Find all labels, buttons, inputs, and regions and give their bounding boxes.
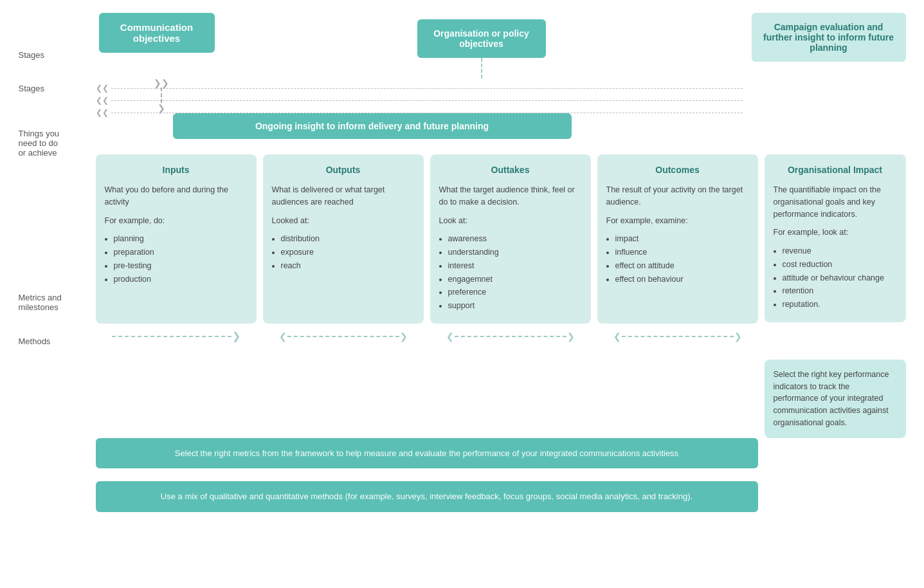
outcomes-header: Outcomes (606, 165, 749, 175)
comm-objectives-box: Communication objectives (99, 13, 215, 53)
diagram-wrapper: Stages Communication objectives Organisa… (19, 13, 906, 519)
methods-bar: Use a mix of qualitative and quantitativ… (96, 481, 758, 512)
org-impact-column: Organisational Impact The quantifiable i… (765, 154, 906, 322)
outcomes-examples-list: impact influence effect on attitude effe… (615, 233, 749, 285)
metrics-bar: Select the right metrics from the framew… (96, 438, 758, 469)
outtakes-column: Outtakes What the target audience think,… (430, 154, 591, 324)
methods-row-label: Methods (19, 336, 51, 346)
inputs-column: Inputs What you do before and during the… (96, 154, 257, 324)
outtakes-description: What the target audience think, feel or … (439, 184, 582, 208)
kpi-card: Select the right key performance indicat… (765, 360, 906, 438)
outtakes-header: Outtakes (439, 165, 582, 175)
inputs-examples-list: planning preparation pre-testing product… (114, 233, 248, 285)
org-impact-header: Organisational Impact (774, 165, 897, 175)
outputs-column: Outputs What is delivered or what target… (263, 154, 424, 324)
org-objectives-box: Organisation or policy objectives (417, 19, 546, 58)
outcomes-examples-label: For example, examine: (606, 215, 749, 227)
org-impact-examples-list: revenue cost reduction attitude or behav… (783, 245, 897, 311)
outtakes-examples-label: Look at: (439, 215, 582, 227)
campaign-eval-box: Campaign evaluation and further insight … (752, 13, 906, 62)
outputs-examples-label: Looked at: (272, 215, 415, 227)
org-impact-description: The quantifiable impact on the organisat… (774, 184, 897, 220)
inputs-header: Inputs (105, 165, 248, 175)
inputs-description: What you do before and during the activi… (105, 184, 248, 208)
inputs-examples-label: For example, do: (105, 215, 248, 227)
outputs-description: What is delivered or what target audienc… (272, 184, 415, 208)
outcomes-column: Outcomes The result of your activity on … (597, 154, 758, 324)
things-row-label: Things you need to do or achieve (19, 129, 60, 158)
outtakes-examples-list: awareness understanding interest engagem… (448, 233, 582, 312)
outputs-examples-list: distribution exposure reach (281, 233, 415, 271)
org-impact-examples-label: For example, look at: (774, 226, 897, 239)
metrics-row-label: Metrics and milestones (19, 293, 62, 312)
outputs-header: Outputs (272, 165, 415, 175)
ongoing-insight-bar: Ongoing insight to inform delivery and f… (173, 113, 572, 139)
stages-row-label: Stages (19, 50, 44, 60)
outcomes-description: The result of your activity on the targe… (606, 184, 749, 208)
